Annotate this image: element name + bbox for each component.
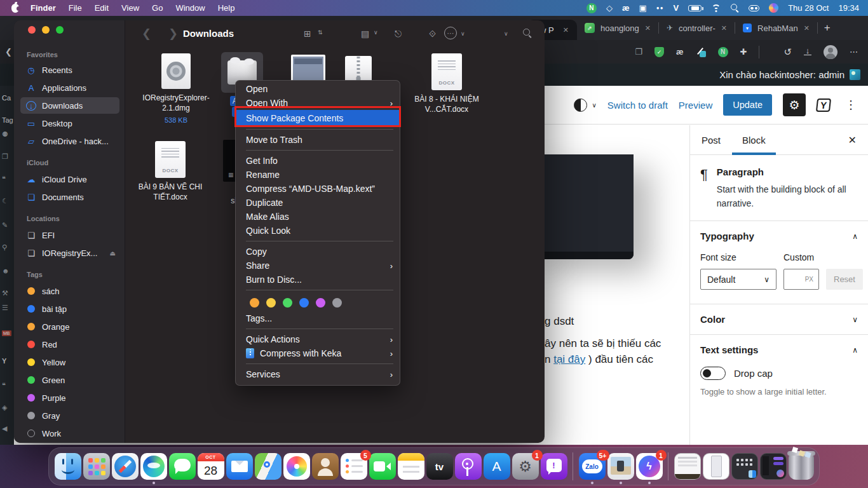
dock-vm-app-icon[interactable] [607, 453, 634, 480]
text-settings-section-header[interactable]: Text settings ∧ [690, 334, 868, 365]
flickr-icon[interactable]: ●● [656, 5, 664, 11]
file-bai8-docx[interactable]: DOCX BÀI 8 - KHÁI NIỆM V...CẮT.docx [396, 53, 498, 115]
back-chevron-icon[interactable]: ❮ [142, 27, 151, 41]
menu-item-tags[interactable]: Tags... [236, 311, 400, 325]
wp-menu-chat-icon[interactable]: ❝ [2, 381, 6, 390]
menu-item-copy[interactable]: Copy [236, 245, 400, 259]
menu-item-share[interactable]: Share› [236, 259, 400, 273]
menu-item-burn[interactable]: Burn to Disc... [236, 273, 400, 287]
chevron-down-icon[interactable]: ∨ [504, 31, 508, 36]
admin-greeting[interactable]: Xin chào hackintosher: admin [719, 69, 844, 80]
tag-orange-dot[interactable] [250, 298, 259, 308]
ae-extension-icon[interactable]: æ [676, 47, 684, 57]
menu-item-compress[interactable]: Compress “AMD-USB-Map.kext” [236, 182, 400, 196]
more-actions-icon[interactable]: ⋯ [444, 27, 457, 39]
history-icon[interactable]: ↺ [783, 46, 792, 58]
dock-minimized-chat-window[interactable] [760, 453, 787, 480]
sidebar-tag-sach[interactable]: sách [20, 283, 119, 299]
apple-logo-icon[interactable] [11, 4, 19, 13]
dock-system-preferences-icon[interactable]: ⚙1 [512, 453, 539, 480]
sidebar-tag-orange[interactable]: Orange [20, 318, 119, 335]
v-app-icon[interactable]: V [673, 3, 679, 13]
sidebar-tag-red[interactable]: Red [20, 336, 119, 353]
sidebar-tag-gray[interactable]: Gray [20, 407, 119, 424]
menu-item-open[interactable]: Open [236, 82, 400, 96]
menu-item-get-info[interactable]: Get Info [236, 154, 400, 168]
menu-item-rename[interactable]: Rename [236, 168, 400, 182]
battery-icon[interactable] [688, 5, 702, 11]
wp-menu-collapse-icon[interactable]: ◀ [2, 424, 7, 433]
view-options-icon[interactable] [574, 98, 587, 112]
downloads-icon[interactable]: ↓ [804, 48, 811, 55]
profile-avatar[interactable] [824, 45, 837, 59]
dock-minimized-finder-window[interactable] [731, 453, 758, 480]
typography-section-header[interactable]: Typography ∧ [690, 221, 868, 251]
dock-zalo-icon[interactable]: Zalo5+ [579, 453, 606, 480]
forward-chevron-icon[interactable]: ❯ [168, 27, 178, 41]
tag-yellow-dot[interactable] [266, 298, 276, 308]
sidebar-item-downloads[interactable]: ↓Downloads [20, 97, 119, 114]
sidebar-tag-yellow[interactable]: Yellow [20, 354, 119, 370]
dock-messages-icon[interactable] [169, 453, 196, 480]
font-size-select[interactable]: Default ∨ [700, 269, 776, 290]
dock-trash-icon[interactable] [789, 453, 814, 480]
dock-photos-icon[interactable] [283, 453, 310, 480]
drop-cap-toggle[interactable] [700, 367, 726, 380]
wp-menu-appearance-icon[interactable]: ☾ [2, 197, 8, 205]
file-screenshot[interactable] [289, 55, 327, 83]
eject-icon[interactable]: ⏏ [110, 250, 116, 257]
tag-icon[interactable]: ⟐ [429, 29, 436, 39]
dock-messenger-icon[interactable]: ϟ1 [636, 453, 663, 480]
dock-podcasts-icon[interactable] [455, 453, 482, 480]
menu-item-quick-actions[interactable]: Quick Actions› [236, 332, 400, 346]
menu-go[interactable]: Go [146, 3, 169, 13]
window-controls[interactable] [28, 26, 64, 34]
browser-menu-icon[interactable]: ⋯ [850, 47, 858, 57]
close-tab-icon[interactable]: ✕ [563, 26, 569, 34]
dock-maps-icon[interactable] [255, 453, 281, 480]
wp-menu-comments-icon[interactable]: ❝ [2, 175, 6, 183]
siri-icon[interactable] [769, 3, 778, 13]
wp-menu-pin-icon[interactable]: ✎ [2, 221, 8, 229]
control-center-icon[interactable] [749, 5, 759, 11]
menu-item-quick-look[interactable]: Quick Look [236, 224, 400, 238]
menu-window[interactable]: Window [169, 3, 211, 13]
group-view-icon[interactable]: ▤ [361, 29, 369, 39]
dock-contacts-icon[interactable] [312, 453, 339, 480]
menu-view[interactable]: View [115, 3, 146, 13]
tab-block[interactable]: Block [742, 135, 766, 146]
screenshot-pen-icon[interactable] [696, 47, 706, 57]
tab-post[interactable]: Post [702, 135, 721, 146]
nordvpn-icon[interactable]: N [587, 3, 597, 13]
custom-size-input[interactable]: PX [783, 269, 819, 290]
sidebar-item-efi[interactable]: ❏EFI [20, 227, 119, 243]
wp-menu-users-icon[interactable]: ⚉ [2, 130, 8, 139]
dock-edge-icon[interactable] [140, 453, 167, 480]
close-tab-icon[interactable]: ✕ [804, 24, 810, 32]
menu-item-make-alias[interactable]: Make Alias [236, 210, 400, 224]
close-tab-icon[interactable]: ✕ [721, 24, 727, 32]
dock-launchpad-icon[interactable] [83, 453, 110, 480]
switch-to-draft-link[interactable]: Switch to draft [607, 100, 668, 111]
sidebar-tag-purple[interactable]: Purple [20, 390, 119, 406]
menu-bar-date[interactable]: Thu 28 Oct [788, 3, 829, 13]
dock-safari-icon[interactable] [112, 453, 139, 480]
dock-appletv-icon[interactable]: tv [426, 453, 453, 480]
wp-menu-profile-icon[interactable]: ☻ [2, 267, 10, 274]
dock-appstore-icon[interactable]: A [484, 453, 510, 480]
wp-menu-mb-icon[interactable]: MB [2, 330, 11, 336]
sidebar-item-icloud-drive[interactable]: ☁iCloud Drive [20, 171, 119, 187]
tag-blue-dot[interactable] [299, 298, 309, 308]
dock-feedback-icon[interactable]: ! [541, 453, 567, 480]
close-tab-icon[interactable]: ✕ [645, 24, 651, 32]
wp-menu-tools-icon[interactable]: ⚒ [2, 289, 8, 297]
browser-tab-controller[interactable]: ✈ controller- ✕ [659, 16, 735, 40]
wp-menu-partial-label[interactable]: Ca [2, 94, 11, 102]
preview-link[interactable]: Preview [679, 100, 712, 111]
disk-utility-icon[interactable]: ▣ [639, 3, 647, 13]
menu-app-name[interactable]: Finder [24, 3, 62, 13]
menu-file[interactable]: File [62, 3, 88, 13]
dock-finder-icon[interactable] [55, 453, 81, 480]
wp-menu-partial-label[interactable]: Tag [2, 116, 13, 124]
dock-calendar-icon[interactable]: OCT28 [198, 453, 224, 480]
